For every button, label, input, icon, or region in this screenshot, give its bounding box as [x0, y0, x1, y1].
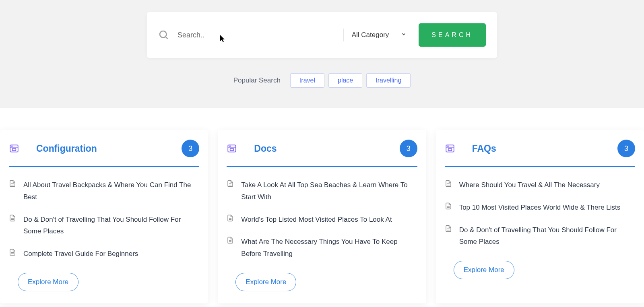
document-icon — [445, 225, 452, 234]
card-title: Docs — [254, 143, 382, 154]
category-select[interactable]: All Category — [352, 31, 411, 39]
svg-point-5 — [12, 146, 13, 146]
popular-search-label: Popular Search — [233, 76, 281, 84]
document-icon — [227, 180, 234, 189]
list-item-text: Where Should You Travel & All The Necess… — [459, 179, 600, 191]
explore-more-button[interactable]: Explore More — [18, 273, 78, 291]
list-item[interactable]: Where Should You Travel & All The Necess… — [445, 179, 635, 191]
document-icon — [227, 214, 234, 223]
svg-rect-17 — [230, 148, 234, 150]
card-header: Docs 3 — [227, 140, 417, 167]
document-icon — [445, 180, 452, 189]
svg-point-16 — [231, 146, 231, 146]
card-configuration: Configuration 3 All About Travel Backpac… — [0, 130, 208, 303]
list-item-text: All About Travel Backpacks & Where You C… — [23, 179, 199, 203]
window-icon — [9, 143, 19, 154]
card-header: Configuration 3 — [9, 140, 199, 167]
card-title: Configuration — [36, 143, 165, 154]
list-item-text: World's Top Listed Most Visited Places T… — [241, 214, 392, 226]
svg-point-27 — [448, 146, 449, 146]
list-item-text: Do & Don't of Travelling That You Should… — [459, 224, 635, 248]
card-docs: Docs 3 Take A Look At All Top Sea Beache… — [218, 130, 426, 303]
svg-point-4 — [12, 146, 12, 146]
list-item[interactable]: World's Top Listed Most Visited Places T… — [227, 214, 417, 226]
explore-more-button[interactable]: Explore More — [235, 273, 296, 291]
explore-more-button[interactable]: Explore More — [454, 261, 514, 279]
search-button[interactable]: SEARCH — [419, 23, 486, 47]
list-item-text: Top 10 Most Visited Places World Wide & … — [459, 202, 621, 214]
svg-point-0 — [160, 31, 166, 37]
document-icon — [9, 214, 16, 223]
card-count-badge: 3 — [400, 140, 417, 157]
svg-rect-28 — [448, 148, 452, 150]
card-faqs: FAQs 3 Where Should You Travel & All The… — [436, 130, 644, 303]
card-header: FAQs 3 — [445, 140, 635, 167]
document-icon — [9, 180, 16, 189]
divider — [343, 29, 344, 41]
svg-rect-6 — [12, 148, 16, 150]
window-icon — [227, 143, 237, 154]
popular-tags: travel place travelling — [290, 73, 411, 88]
window-icon — [445, 143, 455, 154]
document-icon — [227, 237, 234, 245]
list-item[interactable]: Do & Don't of Travelling That You Should… — [445, 224, 635, 248]
document-icon — [445, 202, 452, 211]
list-item[interactable]: Do & Don't of Travelling That You Should… — [9, 214, 199, 238]
list-item-text: Take A Look At All Top Sea Beaches & Lea… — [241, 179, 417, 203]
popular-search-row: Popular Search travel place travelling — [0, 73, 644, 88]
popular-tag-travelling[interactable]: travelling — [366, 73, 411, 88]
svg-point-26 — [447, 146, 448, 146]
search-bar: All Category SEARCH — [147, 12, 497, 58]
list-item[interactable]: Take A Look At All Top Sea Beaches & Lea… — [227, 179, 417, 203]
document-icon — [9, 249, 16, 258]
list-item[interactable]: All About Travel Backpacks & Where You C… — [9, 179, 199, 203]
popular-tag-travel[interactable]: travel — [290, 73, 324, 88]
svg-line-1 — [165, 37, 167, 39]
list-item[interactable]: Complete Travel Guide For Beginners — [9, 248, 199, 260]
search-icon — [158, 29, 169, 41]
category-label: All Category — [352, 31, 389, 39]
list-item-text: Complete Travel Guide For Beginners — [23, 248, 138, 260]
card-count-badge: 3 — [617, 140, 635, 157]
card-title: FAQs — [472, 143, 601, 154]
card-count-badge: 3 — [182, 140, 199, 157]
popular-tag-place[interactable]: place — [328, 73, 362, 88]
svg-point-15 — [229, 146, 230, 146]
list-item[interactable]: What Are The Necessary Things You Have T… — [227, 236, 417, 260]
chevron-down-icon — [401, 31, 407, 39]
list-item-text: Do & Don't of Travelling That You Should… — [23, 214, 199, 238]
list-item[interactable]: Top 10 Most Visited Places World Wide & … — [445, 202, 635, 214]
list-item-text: What Are The Necessary Things You Have T… — [241, 236, 417, 260]
search-input[interactable] — [178, 31, 335, 39]
